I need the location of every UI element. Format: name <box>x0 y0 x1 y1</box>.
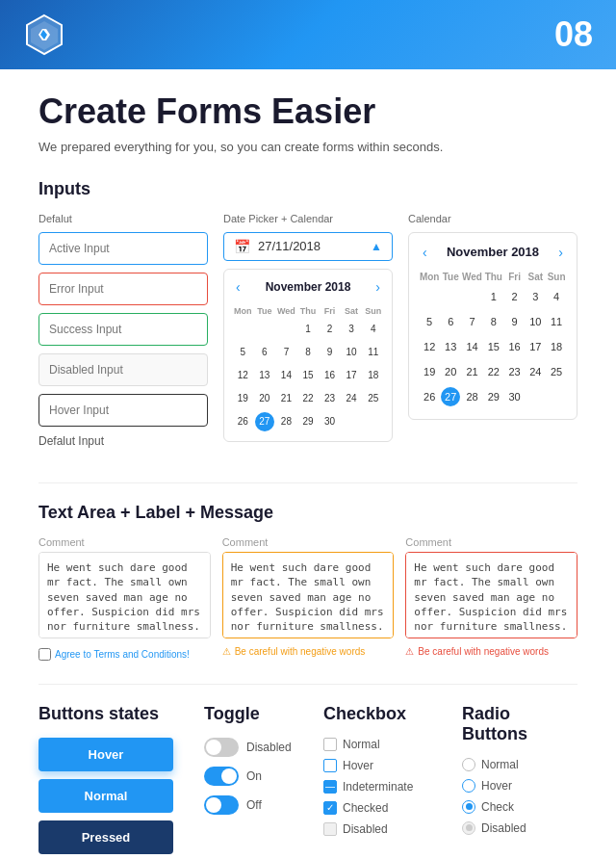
terms-checkbox[interactable] <box>38 648 51 661</box>
cal-cell[interactable] <box>275 318 297 341</box>
cal-cell[interactable]: 4 <box>546 284 567 309</box>
cal-cell[interactable]: 6 <box>254 341 276 364</box>
cal-cell[interactable]: 20 <box>440 359 461 384</box>
standalone-cal-next-button[interactable]: › <box>554 243 567 262</box>
cal-cell[interactable]: 28 <box>461 384 483 409</box>
cal-cell[interactable] <box>254 318 276 341</box>
textarea-field-2[interactable]: He went such dare good mr fact. The smal… <box>222 552 395 638</box>
standalone-cal-prev-button[interactable]: ‹ <box>419 243 431 262</box>
cal-cell[interactable]: 3 <box>525 284 546 309</box>
cal-cell[interactable]: 11 <box>362 341 384 364</box>
cal-cell[interactable]: 17 <box>525 334 546 359</box>
cal-cell[interactable]: 20 <box>254 387 276 410</box>
radio-checked[interactable] <box>462 800 475 814</box>
cal-cell[interactable]: 12 <box>419 334 440 359</box>
datepicker-input[interactable]: 📅 27/11/2018 ▲ <box>223 232 393 261</box>
textarea-field-1[interactable]: He went such dare good mr fact. The smal… <box>38 552 211 638</box>
cal-cell[interactable]: 5 <box>419 309 440 334</box>
cal-cell[interactable]: 23 <box>319 387 341 410</box>
active-input[interactable] <box>38 232 208 265</box>
cal-cell[interactable]: 18 <box>546 334 567 359</box>
cal-cell[interactable]: 9 <box>319 341 341 364</box>
cal-cell[interactable]: 2 <box>504 284 526 309</box>
cal-cell[interactable]: 9 <box>504 309 526 334</box>
hover-input[interactable] <box>38 394 208 427</box>
cal-cell[interactable] <box>341 410 363 433</box>
cal-cell[interactable] <box>546 384 567 409</box>
cal-cell[interactable]: 7 <box>461 309 483 334</box>
cal-cell[interactable]: 7 <box>275 341 297 364</box>
cal-cell[interactable]: 21 <box>461 359 483 384</box>
cal-day-header: Fri <box>504 270 526 284</box>
cal-prev-button[interactable]: ‹ <box>232 277 244 297</box>
checkbox-normal[interactable] <box>323 738 337 751</box>
cal-cell[interactable]: 23 <box>504 359 526 384</box>
cal-cell[interactable]: 17 <box>341 364 363 387</box>
page-subtitle: We prepared everything for you, so you c… <box>38 139 578 156</box>
checkbox-hover[interactable] <box>323 759 337 772</box>
cal-cell[interactable]: 8 <box>483 309 504 334</box>
checkbox-col: Checkbox Normal Hover — Indeterminate ✓ … <box>323 704 439 844</box>
cal-cell[interactable]: 1 <box>297 318 320 341</box>
cal-cell[interactable]: 21 <box>275 387 297 410</box>
cal-cell[interactable] <box>362 410 384 433</box>
cal-cell[interactable]: 24 <box>341 387 363 410</box>
cal-cell[interactable]: 16 <box>319 364 341 387</box>
cal-cell[interactable] <box>419 284 440 309</box>
cal-cell[interactable]: 10 <box>341 341 363 364</box>
checkbox-indeterminate[interactable]: — <box>323 780 337 794</box>
cal-cell[interactable]: 29 <box>297 410 320 433</box>
normal-state-button[interactable]: Normal <box>38 779 173 813</box>
cal-cell[interactable] <box>525 384 546 409</box>
cal-cell[interactable]: 13 <box>440 334 461 359</box>
pressed-state-button[interactable]: Pressed <box>38 820 173 854</box>
cal-cell[interactable] <box>461 284 483 309</box>
radio-hover[interactable] <box>462 779 475 793</box>
error-input[interactable] <box>38 273 208 305</box>
cal-cell[interactable]: 22 <box>297 387 320 410</box>
textarea-field-3[interactable]: He went such dare good mr fact. The smal… <box>405 552 578 638</box>
checkbox-disabled-label: Disabled <box>343 822 388 836</box>
cal-cell[interactable]: 10 <box>525 309 546 334</box>
cal-cell[interactable]: 3 <box>341 318 363 341</box>
cal-cell[interactable]: 6 <box>440 309 461 334</box>
cal-cell[interactable]: 12 <box>232 364 254 387</box>
hover-state-button[interactable]: Hover <box>38 738 173 771</box>
cal-cell[interactable]: 1 <box>483 284 504 309</box>
cal-cell[interactable]: 25 <box>362 387 384 410</box>
cal-cell[interactable]: 11 <box>546 309 567 334</box>
success-input[interactable] <box>38 313 208 346</box>
cal-cell[interactable]: 15 <box>297 364 320 387</box>
cal-cell[interactable]: 5 <box>232 341 254 364</box>
cal-cell[interactable]: 4 <box>362 318 384 341</box>
cal-cell[interactable] <box>232 318 254 341</box>
cal-cell[interactable]: 29 <box>483 384 504 409</box>
cal-cell[interactable]: 18 <box>362 364 384 387</box>
cal-cell[interactable]: 2 <box>319 318 341 341</box>
cal-next-button[interactable]: › <box>372 277 384 297</box>
cal-cell[interactable]: 16 <box>504 334 526 359</box>
cal-cell-today[interactable]: 27 <box>440 384 461 409</box>
cal-cell[interactable]: 8 <box>297 341 320 364</box>
cal-cell[interactable]: 19 <box>232 387 254 410</box>
cal-cell-today[interactable]: 27 <box>254 410 276 433</box>
toggle-on-switch[interactable] <box>204 767 239 786</box>
cal-cell[interactable]: 26 <box>419 384 440 409</box>
cal-cell[interactable]: 26 <box>232 410 254 433</box>
cal-cell[interactable]: 30 <box>504 384 526 409</box>
radio-normal[interactable] <box>462 758 475 771</box>
cal-cell[interactable]: 30 <box>319 410 341 433</box>
cal-cell[interactable]: 19 <box>419 359 440 384</box>
cal-cell[interactable]: 28 <box>275 410 297 433</box>
cal-cell[interactable]: 24 <box>525 359 546 384</box>
toggle-off-switch[interactable] <box>204 795 239 815</box>
cal-cell[interactable]: 14 <box>461 334 483 359</box>
cal-cell[interactable]: 25 <box>546 359 567 384</box>
cal-cell[interactable] <box>440 284 461 309</box>
cal-cell[interactable]: 15 <box>483 334 504 359</box>
cal-cell[interactable]: 22 <box>483 359 504 384</box>
toggle-disabled-switch[interactable] <box>204 738 239 757</box>
cal-cell[interactable]: 13 <box>254 364 276 387</box>
checkbox-checked[interactable]: ✓ <box>323 801 337 815</box>
cal-cell[interactable]: 14 <box>275 364 297 387</box>
